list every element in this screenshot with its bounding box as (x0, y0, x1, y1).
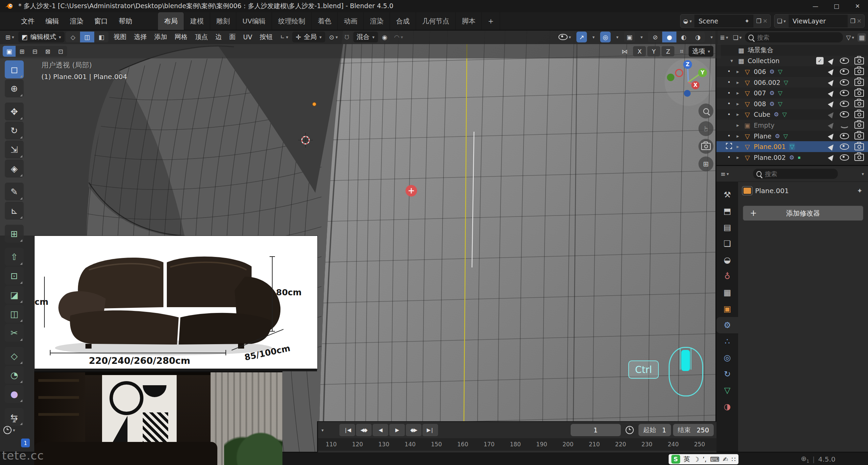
expander-icon[interactable]: ▸ (733, 69, 742, 75)
moon-icon[interactable]: ☽ (693, 455, 699, 463)
mirror-axis-z[interactable]: Z (662, 46, 674, 56)
expander-icon[interactable]: ▸ (733, 133, 742, 139)
menu-file[interactable]: 文件 (16, 14, 40, 29)
visibility-eye-icon[interactable] (840, 133, 849, 139)
properties-search[interactable] (753, 169, 838, 179)
properties-tab-material[interactable]: ◑ (716, 398, 738, 415)
visibility-eye-icon[interactable] (840, 101, 849, 107)
properties-options-dropdown[interactable]: ▾ (860, 171, 865, 177)
visibility-eye-icon[interactable] (840, 58, 849, 64)
navigation-gizmo[interactable]: Z Y X (663, 56, 714, 107)
render-visibility-icon[interactable] (854, 132, 864, 140)
pin-icon[interactable]: ✦ (745, 18, 749, 24)
outliner-row-006.002[interactable]: •▸▽006.002▽ (716, 77, 868, 88)
playback-popover[interactable]: ▾ (321, 428, 324, 433)
viewport-menu-uv[interactable]: UV (239, 31, 256, 43)
prev-keyframe[interactable]: ◀◆ (356, 424, 372, 436)
gizmos-toggle[interactable]: ↗ (576, 32, 587, 42)
expander-icon[interactable]: ▸ (733, 122, 742, 128)
pan-widget[interactable]: ☞ (698, 121, 713, 136)
workspace-tab-compositing[interactable]: 合成 (390, 12, 416, 30)
properties-editor-dropdown[interactable]: ≡▾ (719, 170, 730, 178)
handwrite-icon[interactable]: ✍ (723, 455, 728, 463)
select-mode-invert[interactable]: ⊠ (41, 46, 54, 57)
scene-selector[interactable]: ◒▾ Scene✦ ❐✕ (680, 14, 771, 28)
jump-to-end[interactable]: ▶❘ (422, 424, 438, 436)
workspace-tab-layout[interactable]: 布局 (158, 12, 184, 30)
add-modifier-button[interactable]: + 添加修改器 (743, 206, 863, 221)
tool-annotate[interactable]: ✎ (5, 183, 24, 201)
rendered-shading[interactable]: ◑ (691, 32, 705, 42)
maximize-button[interactable]: □ (826, 0, 847, 12)
tool-fallback-dropdown[interactable]: ∟▾ (278, 32, 291, 42)
select-mode-set[interactable]: ▣ (3, 46, 16, 57)
visibility-eye-icon[interactable] (840, 90, 849, 96)
tool-scale[interactable]: ⇲ (5, 141, 24, 159)
grid-menu-icon[interactable]: ∷ (732, 455, 736, 463)
timeline-editor-type[interactable]: ▾ (3, 426, 15, 434)
expander-icon[interactable]: ▾ (727, 58, 736, 64)
render-visibility-icon[interactable] (854, 111, 864, 118)
jump-to-start[interactable]: ❘◀ (339, 424, 355, 436)
xray-toggle[interactable]: ▣ (624, 32, 635, 42)
properties-tab-object-data[interactable]: ▽ (716, 382, 738, 398)
viewport-menu-buttons[interactable]: 按钮 (256, 31, 276, 43)
workspace-tab-uv-editing[interactable]: UV编辑 (236, 12, 272, 30)
play[interactable]: ▶ (389, 424, 405, 436)
render-visibility-icon[interactable] (854, 122, 864, 129)
tool-poly-build[interactable]: ◇ (5, 347, 24, 365)
tool-inset-faces[interactable]: ⊡ (5, 267, 24, 285)
gizmo-x-axis[interactable]: X (691, 81, 699, 89)
visibility-eye-icon[interactable] (840, 69, 849, 75)
select-mode-extend[interactable]: ⊞ (16, 46, 28, 57)
transform-orientation-dropdown[interactable]: ✛ 全局 ▾ (292, 32, 325, 42)
tool-transform[interactable]: ◈ (5, 160, 24, 178)
mirror-axis-y[interactable]: Y (647, 46, 660, 56)
current-frame-field[interactable]: 1 (571, 424, 621, 436)
selectable-icon[interactable] (828, 132, 835, 140)
new-viewlayer-icon[interactable]: ❐ (850, 18, 855, 24)
expander-icon[interactable]: ▸ (733, 79, 742, 86)
properties-tab-scene[interactable]: ◒ (716, 252, 738, 268)
menu-help[interactable]: 帮助 (113, 14, 138, 29)
tool-add-cube[interactable]: ⊞ (5, 225, 24, 243)
properties-tab-object[interactable]: ▣ (716, 301, 738, 317)
outliner-row-Collection[interactable]: ▾▦Collection✓ (716, 56, 868, 67)
frame-start-field[interactable]: 起始1 (638, 424, 671, 436)
keyboard-icon[interactable]: ⌨ (710, 455, 719, 463)
viewport-menu-face[interactable]: 面 (225, 31, 239, 43)
expander-icon[interactable]: ▸ (733, 101, 742, 107)
gizmos-dropdown[interactable]: ▾ (590, 32, 597, 42)
snap-mode-dropdown[interactable]: 混合 ▾ (353, 32, 378, 42)
outliner-row-008[interactable]: •▸▽008⚙▽ (716, 98, 868, 109)
expander-icon[interactable]: ▸ (733, 154, 742, 161)
outliner-search-input[interactable] (756, 34, 840, 41)
close-button[interactable]: ✕ (847, 0, 868, 12)
viewport-menu-select[interactable]: 选择 (130, 31, 151, 43)
material-preview-shading[interactable]: ◐ (676, 32, 691, 42)
select-mode-intersect[interactable]: ⊡ (54, 46, 67, 57)
workspace-tab-shading[interactable]: 着色 (312, 12, 338, 30)
render-visibility-icon[interactable] (854, 143, 864, 150)
render-visibility-icon[interactable] (854, 57, 864, 64)
viewport-menu-mesh[interactable]: 网格 (171, 31, 191, 43)
expander-icon[interactable]: ▸ (733, 90, 742, 96)
face-select[interactable]: ◧ (94, 32, 108, 42)
tool-smooth[interactable]: ● (5, 385, 24, 403)
selectable-icon[interactable] (828, 89, 835, 97)
overlays-dropdown[interactable]: ▾ (613, 32, 621, 42)
tool-measure[interactable]: ⊾ (5, 202, 24, 220)
visibility-eye-icon[interactable] (840, 154, 849, 161)
gizmo-z-axis[interactable]: Z (683, 60, 692, 69)
workspace-tab-texture-paint[interactable]: 纹理绘制 (272, 12, 312, 30)
selectable-icon[interactable] (828, 100, 835, 108)
outliner-row-007[interactable]: •▸▽007⚙▽ (716, 88, 868, 98)
visibility-eye-icon[interactable] (840, 111, 849, 117)
properties-tab-output[interactable]: ▤ (716, 219, 738, 236)
tool-knife[interactable]: ✂ (5, 324, 24, 342)
menu-edit[interactable]: 编辑 (40, 14, 64, 29)
menu-render[interactable]: 渲染 (64, 14, 89, 29)
new-collection-button[interactable]: ▦ (857, 33, 866, 42)
wireframe-shading[interactable]: ⊘ (648, 32, 662, 42)
properties-search-input[interactable] (764, 170, 834, 178)
